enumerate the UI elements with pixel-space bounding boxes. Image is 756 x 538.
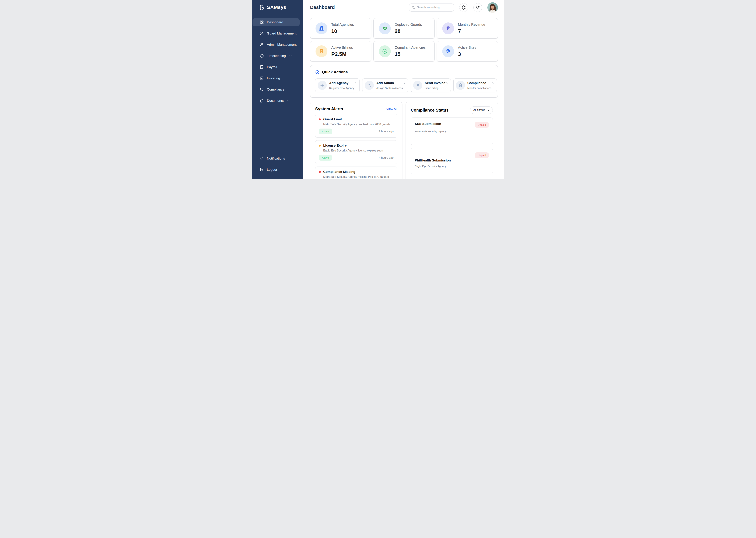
action-subtitle: Register New Agency: [329, 86, 354, 89]
stat-card-total-agencies: Total Agencies 10: [310, 18, 371, 38]
sidebar-item-label: Logout: [267, 168, 277, 172]
notifications-button[interactable]: [473, 3, 482, 12]
stat-label: Deployed Guards: [395, 23, 422, 27]
quick-actions-title: Quick Actions: [322, 70, 348, 75]
wallet-icon: [260, 65, 264, 69]
topbar: Dashboard: [303, 0, 504, 15]
app-title: SAMsys: [267, 5, 286, 10]
sidebar-item-label: Admin Management: [267, 43, 297, 47]
alert-card-license-expiry[interactable]: License Expiry Eagle Eye Security Agency…: [315, 140, 397, 164]
avatar[interactable]: [487, 2, 498, 13]
alert-dot: [319, 145, 321, 146]
sidebar-item-label: Dashboard: [267, 20, 283, 24]
user-plus-icon: [365, 81, 374, 90]
chevron-down-icon: [487, 109, 490, 112]
chevron-down-icon: [289, 54, 292, 57]
documents-icon: [260, 99, 264, 103]
sidebar-item-logout[interactable]: Logout: [253, 166, 300, 174]
sidebar-item-label: Notifications: [267, 157, 285, 160]
sidebar-item-timekeeping[interactable]: Timekeeping: [253, 52, 300, 60]
stat-value: 28: [395, 28, 422, 34]
map-pin-icon: [442, 45, 454, 57]
chevron-down-icon: [287, 99, 290, 102]
compliance-item-sss[interactable]: SSS Submission Unpaid MetroSafe Security…: [411, 118, 493, 145]
alert-title: Compliance Missing: [323, 170, 355, 174]
sidebar-item-admin-management[interactable]: Admin Management: [253, 41, 300, 49]
bell-badge-icon: [475, 5, 480, 10]
action-subtitle: Issue billing: [425, 86, 445, 89]
action-add-admin[interactable]: Add Admin Assign System Access: [362, 79, 408, 92]
chevron-right-icon: [403, 81, 406, 90]
alert-description: MetroSafe Security Agency missing Pag-IB…: [323, 175, 394, 179]
alert-title: License Expiry: [323, 143, 347, 147]
plus-icon: [318, 81, 327, 90]
dashboard-content: Total Agencies 10: [303, 15, 504, 179]
status-filter-dropdown[interactable]: All Status: [470, 106, 493, 114]
action-title: Compliance: [467, 81, 492, 85]
unpaid-badge: Unpaid: [475, 122, 489, 128]
alert-timestamp: 4 hours ago: [379, 156, 394, 159]
stat-value: ₱2.5M: [331, 51, 353, 57]
logout-icon: [260, 168, 264, 172]
action-subtitle: Monitor compliances: [467, 86, 492, 89]
stat-value: 7: [458, 28, 485, 34]
stat-card-monthly-revenue: Monthly Revenue 7: [437, 18, 498, 38]
alert-dot: [319, 118, 321, 120]
stat-card-compliant-agencies: Compliant Agencies 15: [373, 41, 435, 62]
search-input[interactable]: [409, 4, 454, 12]
sidebar-item-invoicing[interactable]: Invoicing: [253, 74, 300, 82]
alert-description: Eagle Eye Security Agency license expire…: [323, 149, 394, 152]
sidebar-item-label: Invoicing: [267, 76, 280, 80]
stat-label: Active Sites: [458, 45, 476, 50]
compliance-item-philhealth[interactable]: Unpaid PhilHealth Submission Eagle Eye S…: [411, 148, 493, 174]
sidebar-nav: Dashboard Guard Management: [252, 18, 303, 108]
alert-description: MetroSafe Security Agency reached max 20…: [323, 123, 394, 126]
stat-card-active-sites: Active Sites 3: [437, 41, 498, 62]
shield-icon: [260, 87, 264, 91]
stats-grid: Total Agencies 10: [310, 18, 498, 62]
compliance-status-panel: Compliance Status All Status SSS Submiss…: [406, 102, 498, 179]
check-circle-icon: [315, 70, 320, 75]
sidebar-item-label: Documents: [267, 99, 284, 103]
view-all-link[interactable]: View All: [386, 107, 397, 111]
alert-card-compliance-missing[interactable]: Compliance Missing MetroSafe Security Ag…: [315, 167, 397, 179]
compliance-item-agency: Eagle Eye Security Agency: [415, 165, 489, 168]
quick-actions-panel: Quick Actions Add Agency Register New Ag…: [310, 65, 498, 97]
action-add-agency[interactable]: Add Agency Register New Agency: [315, 79, 359, 92]
sidebar-item-notifications[interactable]: Notifications: [253, 154, 300, 163]
sidebar-item-label: Compliance: [267, 87, 284, 91]
sidebar-item-guard-management[interactable]: Guard Management: [253, 29, 300, 37]
peso-icon: [442, 23, 454, 34]
alert-dot: [319, 171, 321, 173]
compliance-item-agency: MetroSafe Security Agency: [415, 130, 489, 133]
topbar-actions: [409, 2, 498, 13]
compliance-item-title: PhilHealth Submission: [415, 158, 489, 162]
action-compliance[interactable]: Compliance Monitor compliances: [453, 79, 497, 92]
action-send-invoice[interactable]: Send Invoice Issue billing: [411, 79, 450, 92]
system-alerts-title: System Alerts: [315, 106, 343, 111]
status-badge: Active: [319, 129, 332, 134]
sidebar-item-label: Guard Management: [267, 31, 297, 35]
stat-card-active-billings: Active Billings ₱2.5M: [310, 41, 371, 62]
status-filter-label: All Status: [473, 109, 485, 112]
chevron-right-icon: [446, 81, 449, 90]
search-icon: [412, 6, 415, 9]
sidebar-item-payroll[interactable]: Payroll: [253, 63, 300, 71]
alert-timestamp: 2 hours ago: [379, 130, 394, 133]
settings-button[interactable]: [459, 3, 468, 12]
system-alerts-panel: System Alerts View All Guard Limit Metro…: [310, 102, 402, 179]
stat-card-deployed-guards: Deployed Guards 28: [373, 18, 435, 38]
alert-card-guard-limit[interactable]: Guard Limit MetroSafe Security Agency re…: [315, 114, 397, 138]
stat-label: Monthly Revenue: [458, 23, 485, 27]
sidebar-item-documents[interactable]: Documents: [253, 97, 300, 105]
sidebar: SAMsys Dashboard Gu: [252, 0, 303, 179]
sidebar-item-compliance[interactable]: Compliance: [253, 85, 300, 93]
alert-title: Guard Limit: [323, 117, 342, 121]
main-area: Dashboard: [303, 0, 504, 179]
status-badge: Active: [319, 155, 332, 161]
sidebar-item-dashboard[interactable]: Dashboard: [253, 18, 300, 26]
action-title: Send Invoice: [425, 81, 445, 85]
dashboard-grid-icon: [260, 20, 264, 24]
bell-icon: [260, 156, 264, 161]
stat-label: Total Agencies: [331, 23, 354, 27]
